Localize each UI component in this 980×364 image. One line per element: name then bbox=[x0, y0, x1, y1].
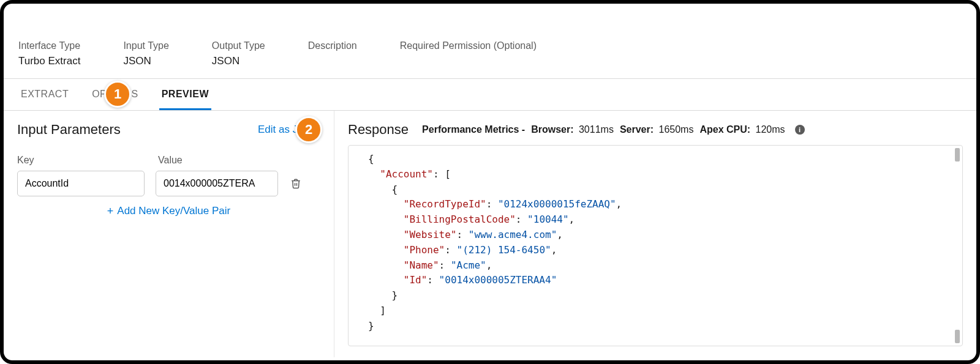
summary-interface-type: Interface Type Turbo Extract bbox=[18, 40, 80, 67]
summary-output-type: Output Type JSON bbox=[212, 40, 265, 67]
delete-row-icon[interactable] bbox=[289, 177, 303, 190]
scrollbar-thumb[interactable] bbox=[955, 330, 960, 343]
response-panel: Response Performance Metrics - Browser: … bbox=[334, 111, 976, 357]
summary-label: Description bbox=[308, 40, 357, 51]
summary-value: Turbo Extract bbox=[18, 55, 80, 67]
summary-description: Description bbox=[308, 40, 357, 67]
summary-label: Required Permission (Optional) bbox=[400, 40, 537, 51]
summary-value: JSON bbox=[212, 55, 265, 67]
metrics-label: Performance Metrics - bbox=[422, 124, 525, 135]
summary-input-type: Input Type JSON bbox=[123, 40, 168, 67]
value-column-header: Value bbox=[158, 155, 320, 166]
tab-extract[interactable]: EXTRACT bbox=[18, 79, 71, 110]
metric-server-value: 1650ms bbox=[658, 124, 693, 135]
metric-browser-label: Browser: bbox=[531, 124, 573, 135]
performance-metrics: Performance Metrics - Browser: 3011ms Se… bbox=[422, 124, 805, 135]
tab-preview[interactable]: PREVIEW bbox=[159, 79, 211, 110]
input-parameters-panel: Input Parameters Edit as JSON Key Value … bbox=[4, 111, 334, 357]
tab-bar: EXTRACT OPTIONS PREVIEW bbox=[4, 79, 976, 111]
info-icon[interactable]: i bbox=[795, 125, 805, 135]
param-key-input[interactable] bbox=[17, 171, 145, 196]
summary-required-permission: Required Permission (Optional) bbox=[400, 40, 537, 67]
metric-server-label: Server: bbox=[620, 124, 654, 135]
response-json-viewer[interactable]: { "Account": [ { "RecordTypeId": "0124x0… bbox=[348, 145, 963, 346]
metric-cpu-label: Apex CPU: bbox=[699, 124, 750, 135]
summary-label: Input Type bbox=[123, 40, 168, 51]
summary-label: Output Type bbox=[212, 40, 265, 51]
edit-as-json-link[interactable]: Edit as JSON bbox=[258, 124, 320, 136]
summary-value: JSON bbox=[123, 55, 168, 67]
add-kv-pair-label: Add New Key/Value Pair bbox=[117, 205, 230, 217]
summary-row: Interface Type Turbo Extract Input Type … bbox=[4, 4, 976, 79]
plus-icon: + bbox=[107, 206, 114, 217]
input-parameters-title: Input Parameters bbox=[17, 122, 121, 138]
metric-browser-value: 3011ms bbox=[579, 124, 614, 135]
tab-options[interactable]: OPTIONS bbox=[89, 79, 141, 110]
response-title: Response bbox=[348, 122, 409, 138]
metric-cpu-value: 120ms bbox=[756, 124, 785, 135]
param-row bbox=[17, 171, 320, 196]
param-value-input[interactable] bbox=[156, 171, 278, 196]
key-column-header: Key bbox=[17, 155, 158, 166]
add-kv-pair-link[interactable]: + Add New Key/Value Pair bbox=[107, 205, 230, 217]
scrollbar-thumb[interactable] bbox=[955, 148, 960, 162]
summary-label: Interface Type bbox=[18, 40, 80, 51]
